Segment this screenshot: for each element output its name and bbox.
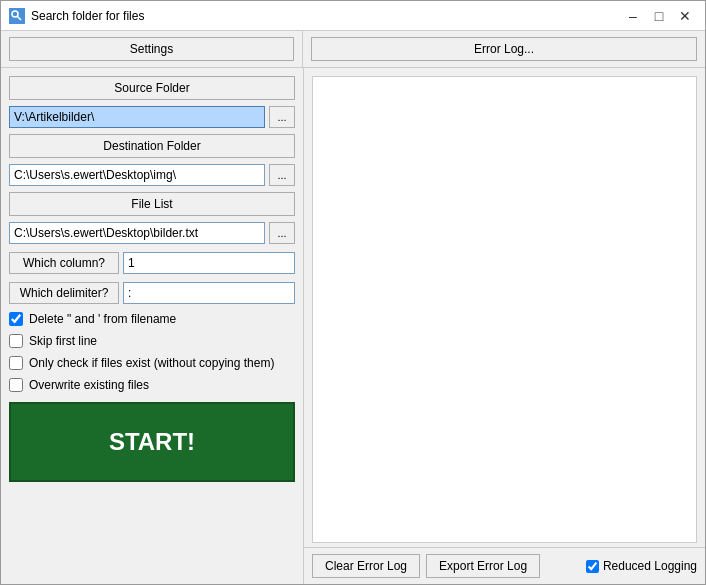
window-controls: – □ ✕ [621, 6, 697, 26]
only-check-row: Only check if files exist (without copyi… [9, 356, 295, 370]
file-list-browse[interactable]: ... [269, 222, 295, 244]
destination-folder-input[interactable] [9, 164, 265, 186]
delimiter-label: Which delimiter? [9, 282, 119, 304]
start-button[interactable]: START! [9, 402, 295, 482]
minimize-button[interactable]: – [621, 6, 645, 26]
source-folder-label: Source Folder [9, 76, 295, 100]
export-error-log-button[interactable]: Export Error Log [426, 554, 540, 578]
error-log-button[interactable]: Error Log... [311, 37, 697, 61]
settings-button-container: Settings [1, 31, 303, 67]
overwrite-label: Overwrite existing files [29, 378, 149, 392]
main-window: Search folder for files – □ ✕ Settings E… [0, 0, 706, 585]
destination-folder-browse[interactable]: ... [269, 164, 295, 186]
error-log-area [312, 76, 697, 543]
title-bar: Search folder for files – □ ✕ [1, 1, 705, 31]
delete-quotes-label: Delete " and ' from filename [29, 312, 176, 326]
source-folder-browse[interactable]: ... [269, 106, 295, 128]
overwrite-checkbox[interactable] [9, 378, 23, 392]
close-button[interactable]: ✕ [673, 6, 697, 26]
delimiter-input[interactable] [123, 282, 295, 304]
bottom-bar: Clear Error Log Export Error Log Reduced… [304, 547, 705, 584]
file-list-input[interactable] [9, 222, 265, 244]
delete-quotes-checkbox[interactable] [9, 312, 23, 326]
reduced-logging-checkbox[interactable] [586, 560, 599, 573]
destination-folder-label: Destination Folder [9, 134, 295, 158]
maximize-button[interactable]: □ [647, 6, 671, 26]
column-label: Which column? [9, 252, 119, 274]
source-folder-row: ... [9, 106, 295, 128]
only-check-checkbox[interactable] [9, 356, 23, 370]
delete-quotes-row: Delete " and ' from filename [9, 312, 295, 326]
reduced-logging-row: Reduced Logging [586, 559, 697, 573]
main-area: Source Folder ... Destination Folder ...… [1, 68, 705, 584]
app-icon [9, 8, 25, 24]
header-row: Settings Error Log... [1, 31, 705, 68]
delimiter-row: Which delimiter? [9, 282, 295, 304]
settings-button[interactable]: Settings [9, 37, 294, 61]
column-input[interactable] [123, 252, 295, 274]
only-check-label: Only check if files exist (without copyi… [29, 356, 274, 370]
skip-first-line-checkbox[interactable] [9, 334, 23, 348]
destination-folder-row: ... [9, 164, 295, 186]
column-row: Which column? [9, 252, 295, 274]
reduced-logging-label: Reduced Logging [603, 559, 697, 573]
window-title: Search folder for files [31, 9, 621, 23]
error-log-button-container: Error Log... [303, 31, 705, 67]
skip-first-line-label: Skip first line [29, 334, 97, 348]
right-panel: Clear Error Log Export Error Log Reduced… [303, 68, 705, 584]
file-list-row: ... [9, 222, 295, 244]
clear-error-log-button[interactable]: Clear Error Log [312, 554, 420, 578]
source-folder-input[interactable] [9, 106, 265, 128]
file-list-label: File List [9, 192, 295, 216]
overwrite-row: Overwrite existing files [9, 378, 295, 392]
skip-first-line-row: Skip first line [9, 334, 295, 348]
left-panel: Source Folder ... Destination Folder ...… [1, 68, 303, 584]
